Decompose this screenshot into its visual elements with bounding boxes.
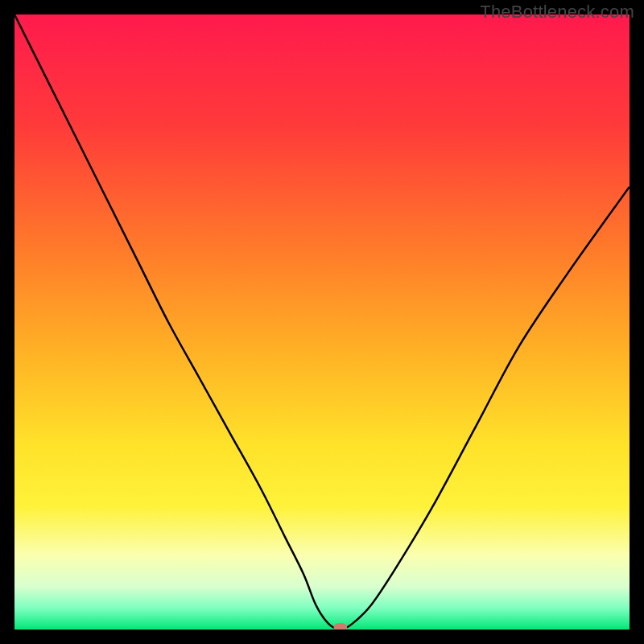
chart-frame: TheBottleneck.com [0,0,644,644]
minimum-marker [334,623,348,630]
bottleneck-curve [14,14,630,630]
watermark-text: TheBottleneck.com [480,2,634,23]
plot-area [14,14,630,630]
